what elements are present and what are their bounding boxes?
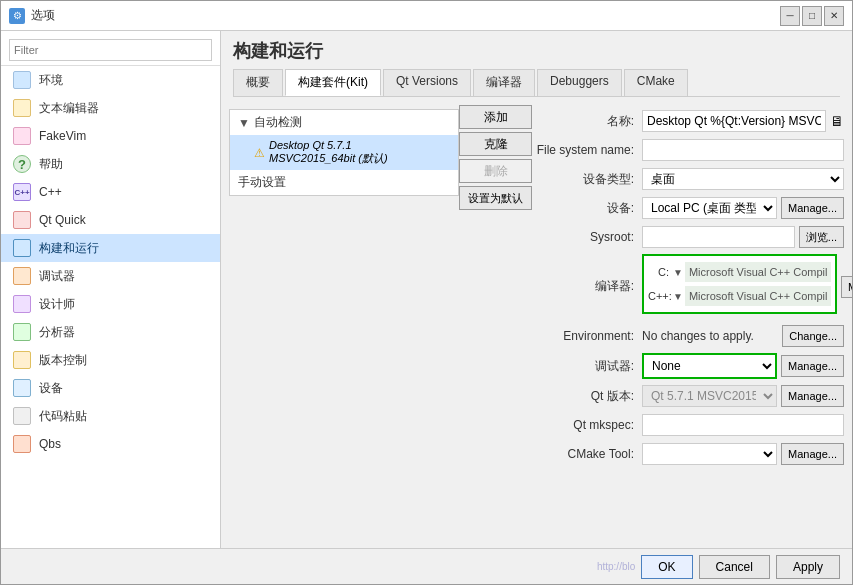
qt-mkspec-control (642, 414, 844, 436)
chevron-down-icon: ▼ (238, 116, 250, 130)
qt-version-control: Qt 5.7.1 MSVC2015_64bit Manage... (642, 385, 844, 407)
auto-detect-section[interactable]: ▼ 自动检测 (230, 110, 458, 135)
cancel-button[interactable]: Cancel (699, 555, 770, 579)
debugger-label: 调试器: (532, 358, 642, 375)
filter-input[interactable] (9, 39, 212, 61)
compiler-label: 编译器: (532, 278, 642, 295)
sidebar-item-qbs[interactable]: Qbs (1, 430, 220, 458)
name-control: 🖥 (642, 110, 844, 132)
ok-button[interactable]: OK (641, 555, 692, 579)
sidebar-label-qbs: Qbs (39, 437, 61, 451)
debugger-select[interactable]: None (644, 355, 775, 377)
device-type-select[interactable]: 桌面 (642, 168, 844, 190)
apply-button[interactable]: Apply (776, 555, 840, 579)
manual-label: 手动设置 (238, 175, 286, 189)
environment-value: No changes to apply. (642, 327, 778, 345)
minimize-button[interactable]: ─ (780, 6, 800, 26)
sidebar-label-debug: 调试器 (39, 268, 75, 285)
qt-mkspec-input[interactable] (642, 414, 844, 436)
kit-action-buttons: 添加 克隆 删除 设置为默认 (459, 101, 532, 548)
sidebar-item-analyzer[interactable]: 分析器 (1, 318, 220, 346)
sysroot-input[interactable] (642, 226, 795, 248)
qbs-icon (13, 435, 31, 453)
sysroot-label: Sysroot: (532, 230, 642, 244)
qt-version-select[interactable]: Qt 5.7.1 MSVC2015_64bit (642, 385, 777, 407)
sidebar-item-clipboard[interactable]: 代码粘贴 (1, 402, 220, 430)
filesystem-row: File system name: (532, 138, 844, 162)
tab-overview[interactable]: 概要 (233, 69, 283, 96)
tab-cmake[interactable]: CMake (624, 69, 688, 96)
sidebar-item-text-editor[interactable]: 文本编辑器 (1, 94, 220, 122)
tab-kit[interactable]: 构建套件(Kit) (285, 69, 381, 96)
compiler-c-input[interactable] (685, 262, 831, 282)
clipboard-icon (13, 407, 31, 425)
bottom-bar: http://blo OK Cancel Apply (1, 548, 852, 584)
compiler-outer: 编译器: C: ▼ C++: ▼ (532, 254, 844, 319)
sysroot-row: Sysroot: 浏览... (532, 225, 844, 249)
debugger-manage-button[interactable]: Manage... (781, 355, 844, 377)
sidebar-item-help[interactable]: ? 帮助 (1, 150, 220, 178)
sysroot-browse-button[interactable]: 浏览... (799, 226, 844, 248)
sidebar-item-vcs[interactable]: 版本控制 (1, 346, 220, 374)
cpp-icon: C++ (13, 183, 31, 201)
sidebar-item-fakevim[interactable]: FakeVim (1, 122, 220, 150)
name-row: 名称: 🖥 (532, 109, 844, 133)
qt-version-manage-button[interactable]: Manage... (781, 385, 844, 407)
device-icon (13, 379, 31, 397)
kit-list: ▼ 自动检测 ⚠ Desktop Qt 5.7.1 MSVC2015_64bit… (229, 109, 459, 196)
compiler-cpp-arrow: ▼ (673, 291, 683, 302)
add-button[interactable]: 添加 (459, 105, 532, 129)
qt-mkspec-label: Qt mkspec: (532, 418, 642, 432)
dialog-title: 选项 (31, 7, 780, 24)
kit-item-label: Desktop Qt 5.7.1 MSVC2015_64bit (默认) (269, 139, 434, 166)
monitor-icon: 🖥 (830, 113, 844, 129)
debug-icon (13, 267, 31, 285)
tab-bar: 概要 构建套件(Kit) Qt Versions 编译器 Debuggers C… (233, 69, 840, 97)
form-area: 名称: 🖥 File system name: (532, 101, 852, 548)
device-select[interactable]: Local PC (桌面 类型的默认设备) (642, 197, 777, 219)
name-input[interactable] (642, 110, 826, 132)
sidebar-item-debug[interactable]: 调试器 (1, 262, 220, 290)
debugger-row: 调试器: None Manage... (532, 353, 844, 379)
tab-qt-versions[interactable]: Qt Versions (383, 69, 471, 96)
cmake-tool-label: CMake Tool: (532, 447, 642, 461)
compiler-cpp-row: C++: ▼ (648, 284, 831, 308)
compiler-c-label: C: (648, 266, 673, 278)
tab-debuggers[interactable]: Debuggers (537, 69, 622, 96)
filesystem-input[interactable] (642, 139, 844, 161)
environment-control: No changes to apply. Change... (642, 325, 844, 347)
environment-change-button[interactable]: Change... (782, 325, 844, 347)
sidebar-item-device[interactable]: 设备 (1, 374, 220, 402)
sidebar-label-qtquick: Qt Quick (39, 213, 86, 227)
sidebar-label-analyzer: 分析器 (39, 324, 75, 341)
cmake-tool-select[interactable] (642, 443, 777, 465)
sidebar-item-qtquick[interactable]: Qt Quick (1, 206, 220, 234)
cmake-manage-button[interactable]: Manage... (781, 443, 844, 465)
device-type-row: 设备类型: 桌面 (532, 167, 844, 191)
kit-item-desktop[interactable]: ⚠ Desktop Qt 5.7.1 MSVC2015_64bit (默认) (230, 135, 458, 170)
compiler-section: C: ▼ C++: ▼ (642, 254, 837, 314)
sidebar-item-designer[interactable]: 设计师 (1, 290, 220, 318)
sidebar-label-fakevim: FakeVim (39, 129, 86, 143)
device-manage-button[interactable]: Manage... (781, 197, 844, 219)
title-bar-buttons: ─ □ ✕ (780, 6, 844, 26)
tab-compiler[interactable]: 编译器 (473, 69, 535, 96)
env-icon (13, 71, 31, 89)
set-default-button[interactable]: 设置为默认 (459, 186, 532, 210)
cmake-tool-control: Manage... (642, 443, 844, 465)
maximize-button[interactable]: □ (802, 6, 822, 26)
close-button[interactable]: ✕ (824, 6, 844, 26)
manual-section[interactable]: 手动设置 (230, 170, 458, 195)
qt-version-label: Qt 版本: (532, 388, 642, 405)
analyzer-icon (13, 323, 31, 341)
sidebar-label-build: 构建和运行 (39, 240, 99, 257)
compiler-cpp-input[interactable] (685, 286, 831, 306)
compiler-manage-button[interactable]: Manage... (841, 276, 852, 298)
sidebar-item-cpp[interactable]: C++ C++ (1, 178, 220, 206)
sidebar-item-build[interactable]: 构建和运行 (1, 234, 220, 262)
remove-button[interactable]: 删除 (459, 159, 532, 183)
clone-button[interactable]: 克隆 (459, 132, 532, 156)
sidebar-label-designer: 设计师 (39, 296, 75, 313)
debugger-section: None (642, 353, 777, 379)
sidebar-item-env[interactable]: 环境 (1, 66, 220, 94)
